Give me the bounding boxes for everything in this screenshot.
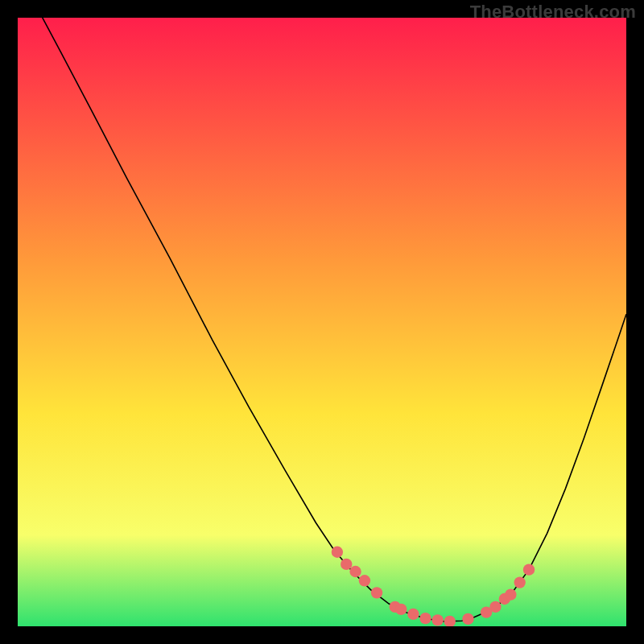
data-dot <box>332 547 343 558</box>
data-dot <box>462 613 473 625</box>
watermark-text: TheBottleneck.com <box>470 2 636 23</box>
data-dot <box>419 613 431 624</box>
data-dot <box>514 576 526 588</box>
data-dot <box>371 587 382 598</box>
data-dot <box>359 575 370 586</box>
data-dot <box>395 604 407 615</box>
bottleneck-curve-chart <box>18 18 626 626</box>
data-dot <box>523 564 535 576</box>
data-dot <box>505 589 516 601</box>
data-dot <box>407 609 419 620</box>
data-dot <box>489 601 501 613</box>
data-dot <box>349 566 361 577</box>
gradient-background <box>18 18 626 626</box>
data-dot <box>431 614 443 625</box>
data-dot <box>341 559 352 570</box>
chart-frame: TheBottleneck.com <box>0 0 644 644</box>
